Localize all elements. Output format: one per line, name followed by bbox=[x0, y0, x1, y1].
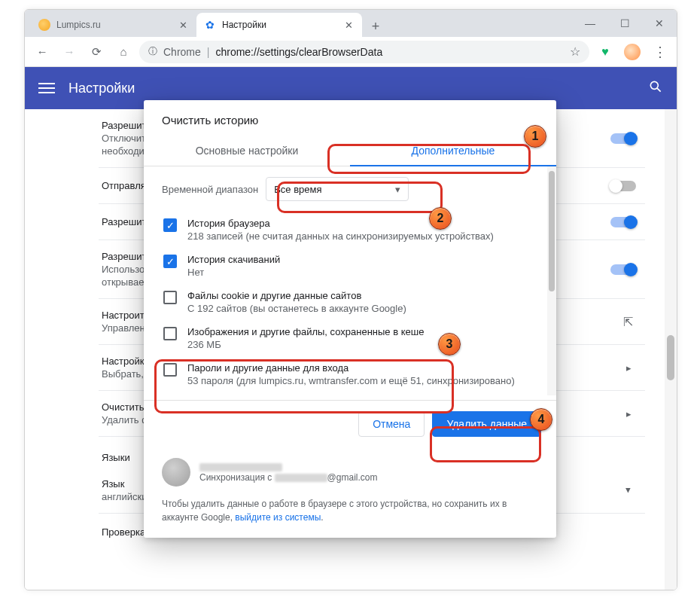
sync-status: Синхронизация с @gmail.com bbox=[144, 450, 556, 493]
tab-lumpics[interactable]: Lumpics.ru ✕ bbox=[31, 13, 196, 37]
list-item[interactable]: ✓ История скачиваний Нет bbox=[162, 248, 538, 284]
scrollbar-thumb[interactable] bbox=[549, 171, 555, 291]
checkbox[interactable] bbox=[163, 363, 177, 377]
address-bar[interactable]: ⓘ Chrome | chrome://settings/clearBrowse… bbox=[139, 41, 589, 63]
list-item[interactable]: ✓ История браузера 218 записей (не счита… bbox=[162, 212, 538, 248]
external-link-icon: ⇱ bbox=[623, 315, 633, 329]
toggle-switch[interactable] bbox=[610, 264, 636, 275]
time-range-value: Все время bbox=[274, 184, 321, 195]
sync-email-suffix: @gmail.com bbox=[327, 472, 378, 483]
tab-title: Настройки bbox=[222, 20, 266, 30]
dialog-title: Очистить историю bbox=[144, 100, 556, 137]
toggle-switch[interactable] bbox=[610, 133, 636, 144]
annotation-marker: 3 bbox=[438, 333, 461, 355]
redacted-text bbox=[199, 463, 282, 471]
url-path: chrome://settings/clearBrowserData bbox=[215, 46, 382, 58]
chevron-down-icon: ▸ bbox=[623, 488, 635, 493]
favicon-gear-icon: ✿ bbox=[204, 19, 216, 31]
window-controls: — ☐ ✕ bbox=[573, 10, 677, 37]
svg-line-1 bbox=[657, 88, 661, 92]
toolbar: ← → ⟳ ⌂ ⓘ Chrome | chrome://settings/cle… bbox=[25, 37, 677, 67]
shield-extension-icon[interactable]: ♥ bbox=[594, 41, 616, 63]
browser-window: Lumpics.ru ✕ ✿ Настройки ✕ + — ☐ ✕ ← → ⟳… bbox=[24, 9, 677, 590]
list-item[interactable]: Файлы cookie и другие данные сайтов С 19… bbox=[162, 284, 538, 320]
tab-basic[interactable]: Основные настройки bbox=[144, 137, 350, 166]
page-scrollbar[interactable] bbox=[665, 109, 677, 590]
clear-browsing-data-dialog: Очистить историю Основные настройки Допо… bbox=[144, 100, 556, 538]
hamburger-menu-icon[interactable] bbox=[38, 80, 55, 96]
favicon-orange-icon bbox=[38, 19, 50, 31]
scrollbar-thumb[interactable] bbox=[667, 335, 674, 380]
sync-label: Синхронизация с bbox=[199, 472, 272, 483]
toggle-switch[interactable] bbox=[610, 181, 636, 191]
chevron-right-icon: ▸ bbox=[626, 408, 632, 419]
tab-settings[interactable]: ✿ Настройки ✕ bbox=[196, 13, 362, 37]
bookmark-star-icon[interactable]: ☆ bbox=[570, 44, 580, 59]
avatar bbox=[162, 458, 190, 487]
annotation-marker: 2 bbox=[429, 207, 452, 230]
dialog-tabs: Основные настройки Дополнительные bbox=[144, 137, 556, 166]
site-info-icon[interactable]: ⓘ bbox=[148, 45, 157, 58]
tab-title: Lumpics.ru bbox=[56, 20, 101, 30]
page-title: Настройки bbox=[68, 81, 135, 96]
dialog-actions: Отмена Удалить данные bbox=[144, 400, 556, 450]
checkbox[interactable]: ✓ bbox=[163, 218, 177, 232]
url-scheme-label: Chrome bbox=[163, 46, 201, 58]
kebab-menu-icon[interactable]: ⋮ bbox=[648, 41, 671, 63]
confirm-delete-button[interactable]: Удалить данные bbox=[432, 411, 541, 437]
home-button[interactable]: ⌂ bbox=[112, 41, 135, 63]
search-icon[interactable] bbox=[648, 79, 663, 98]
close-icon[interactable]: ✕ bbox=[177, 19, 189, 31]
chevron-down-icon: ▾ bbox=[395, 184, 400, 195]
cancel-button[interactable]: Отмена bbox=[358, 411, 425, 437]
reload-button[interactable]: ⟳ bbox=[85, 41, 108, 63]
minimize-button[interactable]: — bbox=[573, 10, 607, 37]
close-icon[interactable]: ✕ bbox=[342, 19, 355, 31]
list-item[interactable]: Пароли и другие данные для входа 53 паро… bbox=[162, 356, 538, 392]
close-window-button[interactable]: ✕ bbox=[642, 10, 677, 37]
annotation-marker: 4 bbox=[530, 408, 552, 431]
toggle-switch[interactable] bbox=[610, 217, 636, 227]
annotation-marker: 1 bbox=[524, 125, 546, 148]
extension-icon[interactable] bbox=[621, 41, 644, 63]
forward-button[interactable]: → bbox=[58, 41, 81, 63]
svg-point-0 bbox=[650, 81, 658, 89]
back-button[interactable]: ← bbox=[31, 41, 53, 63]
dialog-footnote: Чтобы удалить данные о работе в браузере… bbox=[144, 493, 556, 538]
dialog-body: Временной диапазон Все время ▾ ✓ История… bbox=[144, 166, 556, 395]
new-tab-button[interactable]: + bbox=[365, 16, 386, 37]
dialog-scrollbar[interactable] bbox=[547, 166, 556, 395]
list-item[interactable]: Изображения и другие файлы, сохраненные … bbox=[162, 320, 538, 356]
sign-out-link[interactable]: выйдите из системы bbox=[235, 512, 321, 523]
checkbox[interactable] bbox=[163, 327, 177, 340]
tab-strip: Lumpics.ru ✕ ✿ Настройки ✕ + — ☐ ✕ bbox=[25, 10, 677, 37]
checkbox[interactable] bbox=[163, 291, 177, 304]
chevron-right-icon: ▸ bbox=[626, 362, 632, 374]
url-separator: | bbox=[207, 46, 210, 58]
maximize-button[interactable]: ☐ bbox=[607, 10, 642, 37]
redacted-text bbox=[275, 474, 327, 482]
time-range-select[interactable]: Все время ▾ bbox=[266, 177, 409, 201]
checkbox[interactable]: ✓ bbox=[163, 255, 177, 268]
time-range-label: Временной диапазон bbox=[162, 184, 258, 195]
